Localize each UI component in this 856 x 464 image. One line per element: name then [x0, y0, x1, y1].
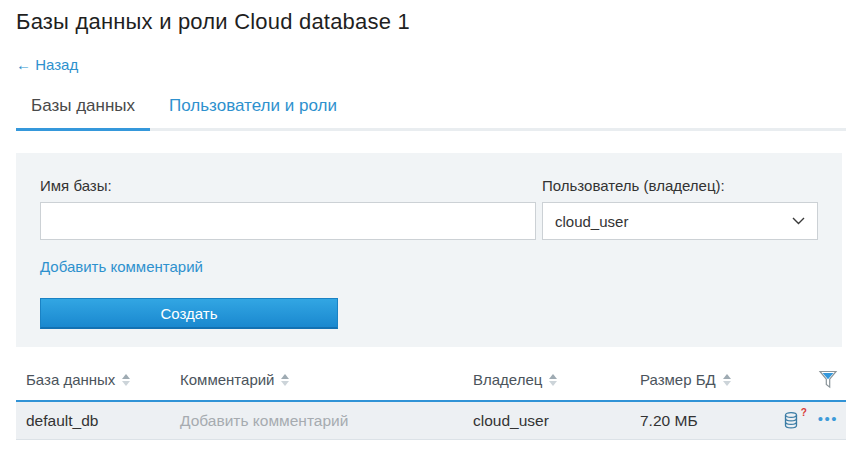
- sort-arrows-icon[interactable]: [549, 374, 557, 386]
- tab-bar: Базы данных Пользователи и роли: [16, 96, 846, 131]
- question-badge: ?: [801, 407, 807, 418]
- page-title: Базы данных и роли Cloud database 1: [16, 9, 840, 35]
- tab-databases[interactable]: Базы данных: [16, 96, 150, 131]
- table-header-row: База данных Комментарий Владелец Размер …: [16, 355, 846, 402]
- sort-arrows-icon[interactable]: [723, 374, 731, 386]
- table-row[interactable]: default_db Добавить комментарий cloud_us…: [16, 402, 846, 440]
- chevron-down-icon: [792, 217, 805, 225]
- size-cell: 7.20 МБ: [640, 412, 698, 430]
- tab-users-roles[interactable]: Пользователи и роли: [154, 96, 352, 131]
- back-link[interactable]: ← Назад: [16, 56, 78, 73]
- owner-label: Пользователь (владелец):: [542, 177, 818, 194]
- sort-arrows-icon[interactable]: [122, 374, 130, 386]
- create-database-panel: Имя базы: Пользователь (владелец): cloud…: [16, 153, 842, 347]
- sort-arrows-icon[interactable]: [281, 374, 289, 386]
- header-owner[interactable]: Владелец: [473, 371, 542, 388]
- row-add-comment-link[interactable]: Добавить комментарий: [180, 412, 348, 430]
- db-name-cell: default_db: [26, 412, 98, 430]
- owner-select[interactable]: cloud_user: [542, 202, 818, 240]
- header-database[interactable]: База данных: [26, 371, 115, 388]
- filter-funnel-icon[interactable]: [818, 370, 838, 389]
- create-button[interactable]: Создать: [40, 298, 338, 329]
- db-name-label: Имя базы:: [40, 177, 536, 194]
- add-comment-link[interactable]: Добавить комментарий: [40, 258, 203, 275]
- header-size[interactable]: Размер БД: [640, 371, 716, 388]
- database-size-info-icon[interactable]: ?: [784, 411, 800, 430]
- databases-page: Базы данных и роли Cloud database 1 ← На…: [0, 9, 856, 464]
- header-comment[interactable]: Комментарий: [180, 371, 274, 388]
- db-name-input[interactable]: [40, 202, 536, 240]
- row-menu-icon[interactable]: •••: [818, 411, 838, 430]
- databases-table: База данных Комментарий Владелец Размер …: [16, 355, 846, 440]
- owner-cell: cloud_user: [473, 412, 549, 430]
- owner-select-value: cloud_user: [555, 213, 628, 230]
